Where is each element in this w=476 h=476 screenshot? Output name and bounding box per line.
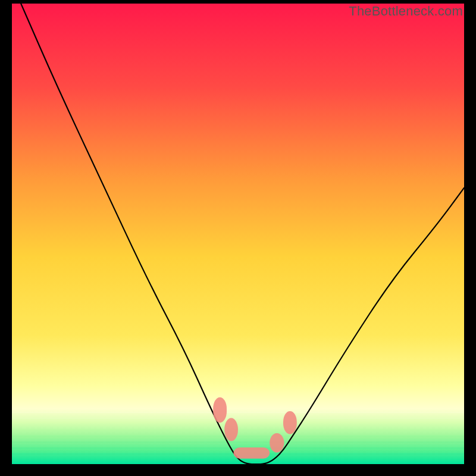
chart-svg [12,4,464,464]
svg-rect-2 [12,424,464,425]
sweet-spot-blob [233,447,270,459]
bottleneck-chart [12,4,464,464]
outer-frame: TheBottleneck.com [0,0,476,476]
sweet-spot-blob [283,411,297,434]
svg-rect-5 [12,441,464,443]
sweet-spot-blob [224,418,238,441]
sweet-spot-blob [270,433,284,453]
sweet-spot-blob [213,397,227,423]
watermark-text: TheBottleneck.com [349,4,463,19]
svg-rect-1 [12,418,464,419]
gradient-background [12,4,464,464]
svg-rect-0 [12,412,464,413]
svg-rect-4 [12,436,464,437]
